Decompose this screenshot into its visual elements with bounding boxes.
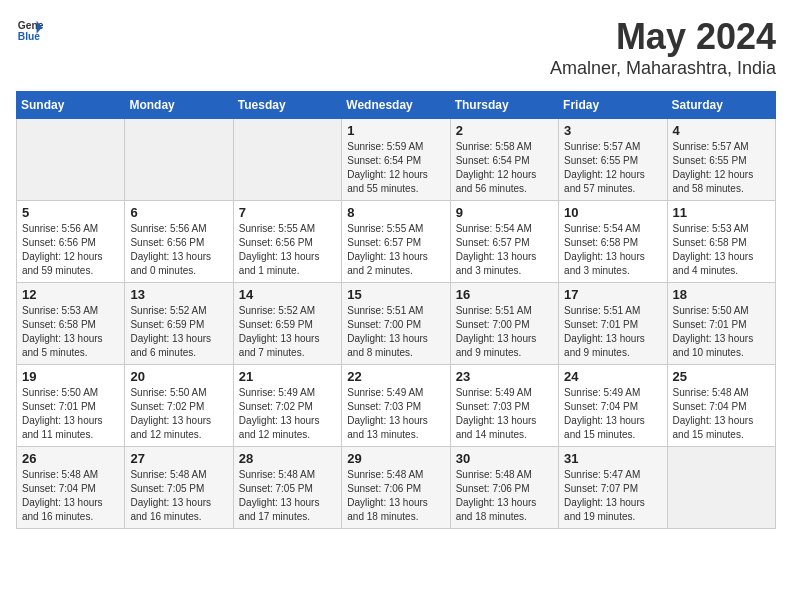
calendar-cell: 13Sunrise: 5:52 AMSunset: 6:59 PMDayligh… xyxy=(125,283,233,365)
calendar-cell: 26Sunrise: 5:48 AMSunset: 7:04 PMDayligh… xyxy=(17,447,125,529)
calendar-week-3: 12Sunrise: 5:53 AMSunset: 6:58 PMDayligh… xyxy=(17,283,776,365)
day-number: 4 xyxy=(673,123,770,138)
day-number: 31 xyxy=(564,451,661,466)
logo-icon: General Blue xyxy=(16,16,44,44)
subtitle: Amalner, Maharashtra, India xyxy=(550,58,776,79)
day-number: 25 xyxy=(673,369,770,384)
calendar-cell: 25Sunrise: 5:48 AMSunset: 7:04 PMDayligh… xyxy=(667,365,775,447)
logo: General Blue xyxy=(16,16,44,44)
calendar-cell: 23Sunrise: 5:49 AMSunset: 7:03 PMDayligh… xyxy=(450,365,558,447)
day-number: 29 xyxy=(347,451,444,466)
day-info: Sunrise: 5:58 AMSunset: 6:54 PMDaylight:… xyxy=(456,140,553,196)
day-number: 26 xyxy=(22,451,119,466)
calendar-cell: 21Sunrise: 5:49 AMSunset: 7:02 PMDayligh… xyxy=(233,365,341,447)
day-number: 23 xyxy=(456,369,553,384)
day-number: 14 xyxy=(239,287,336,302)
calendar-cell: 9Sunrise: 5:54 AMSunset: 6:57 PMDaylight… xyxy=(450,201,558,283)
calendar-week-2: 5Sunrise: 5:56 AMSunset: 6:56 PMDaylight… xyxy=(17,201,776,283)
day-info: Sunrise: 5:49 AMSunset: 7:02 PMDaylight:… xyxy=(239,386,336,442)
day-info: Sunrise: 5:51 AMSunset: 7:00 PMDaylight:… xyxy=(347,304,444,360)
calendar-cell: 3Sunrise: 5:57 AMSunset: 6:55 PMDaylight… xyxy=(559,119,667,201)
calendar-cell: 10Sunrise: 5:54 AMSunset: 6:58 PMDayligh… xyxy=(559,201,667,283)
calendar-week-1: 1Sunrise: 5:59 AMSunset: 6:54 PMDaylight… xyxy=(17,119,776,201)
day-info: Sunrise: 5:56 AMSunset: 6:56 PMDaylight:… xyxy=(130,222,227,278)
day-info: Sunrise: 5:50 AMSunset: 7:01 PMDaylight:… xyxy=(673,304,770,360)
calendar-cell: 27Sunrise: 5:48 AMSunset: 7:05 PMDayligh… xyxy=(125,447,233,529)
calendar-cell: 8Sunrise: 5:55 AMSunset: 6:57 PMDaylight… xyxy=(342,201,450,283)
calendar-cell: 31Sunrise: 5:47 AMSunset: 7:07 PMDayligh… xyxy=(559,447,667,529)
day-number: 18 xyxy=(673,287,770,302)
calendar-cell xyxy=(233,119,341,201)
day-number: 2 xyxy=(456,123,553,138)
calendar-cell: 6Sunrise: 5:56 AMSunset: 6:56 PMDaylight… xyxy=(125,201,233,283)
day-info: Sunrise: 5:47 AMSunset: 7:07 PMDaylight:… xyxy=(564,468,661,524)
calendar-cell: 12Sunrise: 5:53 AMSunset: 6:58 PMDayligh… xyxy=(17,283,125,365)
day-info: Sunrise: 5:54 AMSunset: 6:58 PMDaylight:… xyxy=(564,222,661,278)
day-info: Sunrise: 5:53 AMSunset: 6:58 PMDaylight:… xyxy=(673,222,770,278)
calendar-cell: 1Sunrise: 5:59 AMSunset: 6:54 PMDaylight… xyxy=(342,119,450,201)
day-info: Sunrise: 5:49 AMSunset: 7:03 PMDaylight:… xyxy=(347,386,444,442)
calendar-cell: 30Sunrise: 5:48 AMSunset: 7:06 PMDayligh… xyxy=(450,447,558,529)
calendar-cell: 5Sunrise: 5:56 AMSunset: 6:56 PMDaylight… xyxy=(17,201,125,283)
day-header-sunday: Sunday xyxy=(17,92,125,119)
day-info: Sunrise: 5:52 AMSunset: 6:59 PMDaylight:… xyxy=(239,304,336,360)
day-number: 9 xyxy=(456,205,553,220)
main-title: May 2024 xyxy=(550,16,776,58)
day-number: 30 xyxy=(456,451,553,466)
page-header: General Blue May 2024 Amalner, Maharasht… xyxy=(16,16,776,79)
day-header-monday: Monday xyxy=(125,92,233,119)
day-info: Sunrise: 5:55 AMSunset: 6:56 PMDaylight:… xyxy=(239,222,336,278)
day-number: 13 xyxy=(130,287,227,302)
day-info: Sunrise: 5:51 AMSunset: 7:01 PMDaylight:… xyxy=(564,304,661,360)
day-header-friday: Friday xyxy=(559,92,667,119)
calendar-cell: 17Sunrise: 5:51 AMSunset: 7:01 PMDayligh… xyxy=(559,283,667,365)
day-info: Sunrise: 5:51 AMSunset: 7:00 PMDaylight:… xyxy=(456,304,553,360)
day-number: 27 xyxy=(130,451,227,466)
calendar-cell: 24Sunrise: 5:49 AMSunset: 7:04 PMDayligh… xyxy=(559,365,667,447)
calendar-cell: 2Sunrise: 5:58 AMSunset: 6:54 PMDaylight… xyxy=(450,119,558,201)
day-info: Sunrise: 5:50 AMSunset: 7:02 PMDaylight:… xyxy=(130,386,227,442)
calendar-week-4: 19Sunrise: 5:50 AMSunset: 7:01 PMDayligh… xyxy=(17,365,776,447)
day-info: Sunrise: 5:50 AMSunset: 7:01 PMDaylight:… xyxy=(22,386,119,442)
day-info: Sunrise: 5:48 AMSunset: 7:04 PMDaylight:… xyxy=(22,468,119,524)
calendar-cell: 7Sunrise: 5:55 AMSunset: 6:56 PMDaylight… xyxy=(233,201,341,283)
day-number: 7 xyxy=(239,205,336,220)
calendar-cell: 18Sunrise: 5:50 AMSunset: 7:01 PMDayligh… xyxy=(667,283,775,365)
calendar-cell: 20Sunrise: 5:50 AMSunset: 7:02 PMDayligh… xyxy=(125,365,233,447)
day-number: 24 xyxy=(564,369,661,384)
day-header-thursday: Thursday xyxy=(450,92,558,119)
calendar-cell: 22Sunrise: 5:49 AMSunset: 7:03 PMDayligh… xyxy=(342,365,450,447)
calendar-cell: 15Sunrise: 5:51 AMSunset: 7:00 PMDayligh… xyxy=(342,283,450,365)
day-info: Sunrise: 5:52 AMSunset: 6:59 PMDaylight:… xyxy=(130,304,227,360)
day-number: 16 xyxy=(456,287,553,302)
calendar-week-5: 26Sunrise: 5:48 AMSunset: 7:04 PMDayligh… xyxy=(17,447,776,529)
day-header-wednesday: Wednesday xyxy=(342,92,450,119)
day-header-tuesday: Tuesday xyxy=(233,92,341,119)
title-block: May 2024 Amalner, Maharashtra, India xyxy=(550,16,776,79)
calendar-cell: 19Sunrise: 5:50 AMSunset: 7:01 PMDayligh… xyxy=(17,365,125,447)
day-info: Sunrise: 5:54 AMSunset: 6:57 PMDaylight:… xyxy=(456,222,553,278)
day-info: Sunrise: 5:57 AMSunset: 6:55 PMDaylight:… xyxy=(673,140,770,196)
day-info: Sunrise: 5:53 AMSunset: 6:58 PMDaylight:… xyxy=(22,304,119,360)
day-number: 28 xyxy=(239,451,336,466)
day-number: 1 xyxy=(347,123,444,138)
day-number: 8 xyxy=(347,205,444,220)
day-info: Sunrise: 5:55 AMSunset: 6:57 PMDaylight:… xyxy=(347,222,444,278)
calendar-cell xyxy=(125,119,233,201)
day-info: Sunrise: 5:49 AMSunset: 7:03 PMDaylight:… xyxy=(456,386,553,442)
day-info: Sunrise: 5:48 AMSunset: 7:05 PMDaylight:… xyxy=(130,468,227,524)
calendar-cell: 14Sunrise: 5:52 AMSunset: 6:59 PMDayligh… xyxy=(233,283,341,365)
day-number: 15 xyxy=(347,287,444,302)
day-number: 11 xyxy=(673,205,770,220)
calendar-cell xyxy=(667,447,775,529)
day-number: 20 xyxy=(130,369,227,384)
day-number: 22 xyxy=(347,369,444,384)
day-number: 10 xyxy=(564,205,661,220)
calendar-header-row: SundayMondayTuesdayWednesdayThursdayFrid… xyxy=(17,92,776,119)
day-info: Sunrise: 5:48 AMSunset: 7:05 PMDaylight:… xyxy=(239,468,336,524)
calendar-cell: 29Sunrise: 5:48 AMSunset: 7:06 PMDayligh… xyxy=(342,447,450,529)
calendar-cell: 16Sunrise: 5:51 AMSunset: 7:00 PMDayligh… xyxy=(450,283,558,365)
day-number: 5 xyxy=(22,205,119,220)
day-info: Sunrise: 5:57 AMSunset: 6:55 PMDaylight:… xyxy=(564,140,661,196)
calendar-cell: 28Sunrise: 5:48 AMSunset: 7:05 PMDayligh… xyxy=(233,447,341,529)
